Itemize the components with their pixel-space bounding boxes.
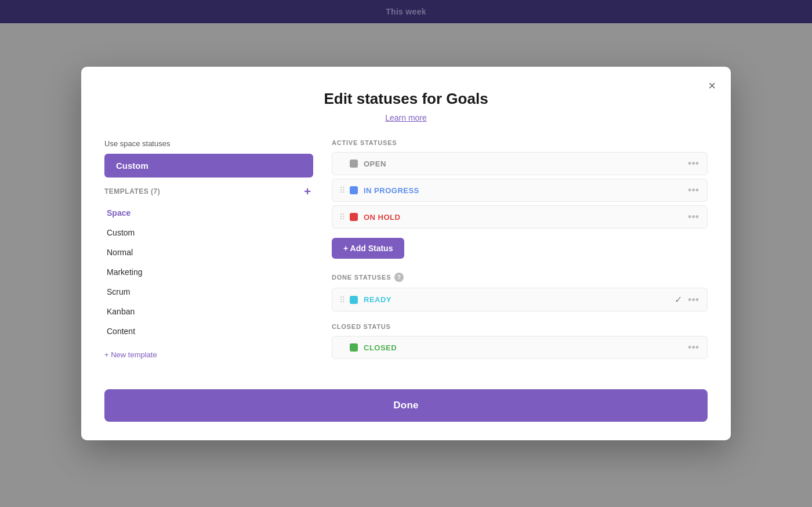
modal-overlay: × Edit statuses for Goals Learn more Use… (0, 0, 812, 507)
done-statuses-help-icon[interactable]: ? (394, 273, 404, 282)
more-button-closed[interactable]: ••• (687, 342, 700, 353)
status-row-ready: ⠿ READY ✓ ••• (332, 288, 708, 312)
more-button-ready[interactable]: ••• (687, 295, 700, 305)
status-dot-closed (350, 343, 358, 352)
active-statuses-section-label: ACTIVE STATUSES (332, 139, 708, 146)
templates-label: TEMPLATES (7) (104, 187, 160, 195)
status-dot-open (350, 160, 358, 168)
status-name-open: OPEN (364, 160, 687, 168)
status-dot-in-progress (350, 186, 358, 194)
status-actions-open: ••• (687, 158, 700, 169)
more-button-open[interactable]: ••• (687, 158, 700, 169)
check-icon-ready: ✓ (675, 294, 682, 305)
template-item-space[interactable]: Space (104, 203, 313, 223)
status-actions-in-progress: ••• (687, 185, 700, 195)
status-actions-on-hold: ••• (687, 212, 700, 222)
closed-status-label: CLOSED STATUS (332, 323, 708, 330)
status-name-on-hold: ON HOLD (364, 213, 687, 222)
status-name-ready: READY (364, 295, 675, 304)
templates-row: TEMPLATES (7) + (104, 186, 313, 197)
done-button[interactable]: Done (104, 389, 708, 422)
status-dot-ready (350, 296, 358, 304)
new-template-link[interactable]: + New template (104, 350, 157, 359)
close-button[interactable]: × (706, 77, 718, 95)
status-row-on-hold: ⠿ ON HOLD ••• (332, 205, 708, 229)
left-panel: Use space statuses Custom TEMPLATES (7) … (104, 139, 313, 371)
modal-container: × Edit statuses for Goals Learn more Use… (81, 67, 731, 440)
modal-title: Edit statuses for Goals (104, 90, 708, 108)
template-item-marketing[interactable]: Marketing (104, 262, 313, 282)
status-name-closed: CLOSED (364, 343, 687, 352)
template-item-content[interactable]: Content (104, 321, 313, 341)
template-item-kanban[interactable]: Kanban (104, 302, 313, 321)
template-list: Space Custom Normal Marketing Scrum Kanb… (104, 203, 313, 341)
modal-footer: Done (104, 389, 708, 422)
template-item-custom[interactable]: Custom (104, 223, 313, 242)
drag-handle-in-progress[interactable]: ⠿ (339, 186, 345, 195)
template-item-normal[interactable]: Normal (104, 242, 313, 262)
more-button-on-hold[interactable]: ••• (687, 212, 700, 222)
drag-handle-ready[interactable]: ⠿ (339, 295, 345, 305)
done-statuses-section: DONE STATUSES ? ⠿ READY ✓ ••• (332, 273, 708, 312)
status-row-in-progress: ⠿ IN PROGRESS ••• (332, 179, 708, 202)
status-dot-on-hold (350, 213, 358, 221)
status-actions-closed: ••• (687, 342, 700, 353)
done-statuses-label: DONE STATUSES ? (332, 273, 708, 282)
modal-header: Edit statuses for Goals Learn more (104, 90, 708, 123)
templates-add-button[interactable]: + (302, 186, 313, 197)
status-row-closed: ⠿ CLOSED ••• (332, 336, 708, 359)
add-status-button[interactable]: + Add Status (332, 238, 404, 259)
use-space-label: Use space statuses (104, 139, 313, 148)
custom-selected-button[interactable]: Custom (104, 154, 313, 178)
more-button-in-progress[interactable]: ••• (687, 185, 700, 195)
template-item-scrum[interactable]: Scrum (104, 282, 313, 302)
closed-status-section: CLOSED STATUS ⠿ CLOSED ••• (332, 323, 708, 359)
right-panel: ACTIVE STATUSES ⠿ OPEN ••• ⠿ IN PROGRESS… (332, 139, 708, 371)
drag-handle-on-hold[interactable]: ⠿ (339, 212, 345, 222)
status-name-in-progress: IN PROGRESS (364, 186, 687, 195)
status-actions-ready: ✓ ••• (675, 294, 700, 305)
modal-body: Use space statuses Custom TEMPLATES (7) … (104, 139, 708, 371)
learn-more-link[interactable]: Learn more (385, 113, 427, 122)
status-row-open: ⠿ OPEN ••• (332, 152, 708, 175)
